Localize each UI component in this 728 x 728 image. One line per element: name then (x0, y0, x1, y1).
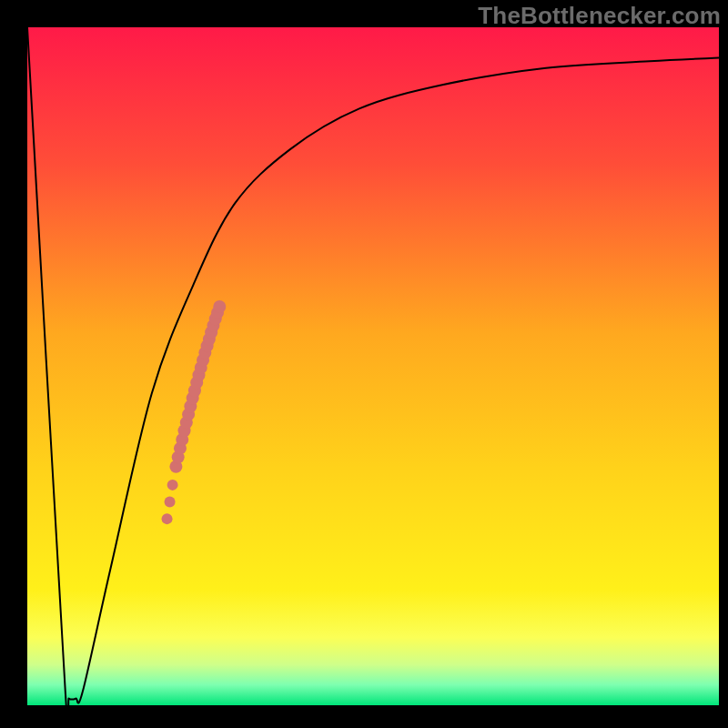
bottleneck-chart (0, 0, 728, 728)
watermark-text: TheBottlenecker.com (478, 2, 721, 30)
highlight-dot (162, 513, 173, 524)
highlight-dot (213, 300, 226, 313)
highlight-dot (165, 497, 176, 508)
plot-background (27, 27, 719, 705)
highlight-dot (167, 480, 178, 490)
chart-frame: TheBottlenecker.com (0, 0, 728, 728)
